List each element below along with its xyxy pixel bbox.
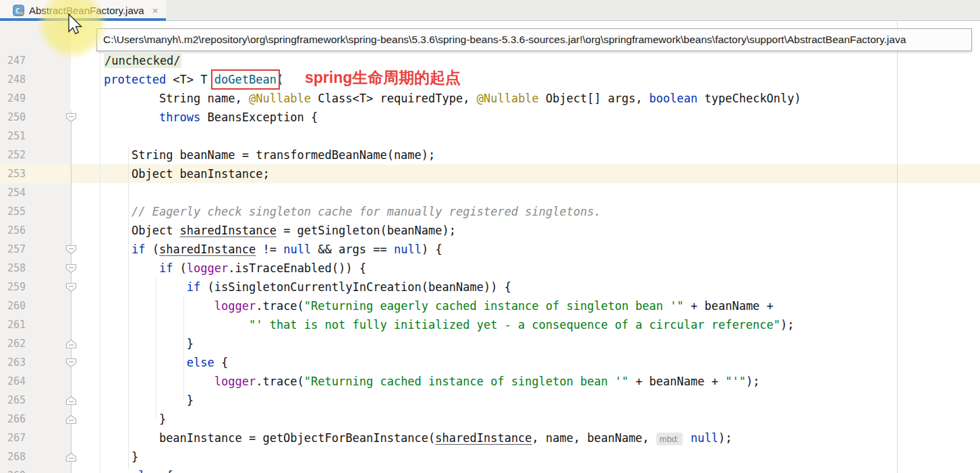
code-line[interactable]: 255 // Eagerly check singleton cache for…	[0, 202, 980, 221]
code-line[interactable]: 248protected <T> T doGetBean(spring生命周期的…	[0, 70, 980, 89]
code-text: Object beanInstance;	[104, 164, 270, 183]
code-text: String name, @Nullable Class<T> required…	[104, 89, 801, 108]
code-line[interactable]: 250 throws BeansException {	[0, 108, 980, 127]
code-line[interactable]: 247/unchecked/	[0, 51, 980, 70]
annotation-text: spring生命周期的起点	[305, 68, 461, 87]
code-text: }	[104, 391, 194, 410]
parameter-hint: mbd:	[656, 433, 683, 445]
code-line[interactable]: 258 if (logger.isTraceEnabled()) {	[0, 259, 980, 278]
code-line[interactable]: 262 }	[0, 334, 980, 353]
file-path-tooltip: C:\Users\manyh\.m2\repository\org\spring…	[96, 28, 972, 51]
code-text: }	[104, 447, 138, 466]
code-line[interactable]: 252 String beanName = transformedBeanNam…	[0, 146, 980, 164]
code-text: throws BeansException {	[104, 108, 318, 127]
code-line[interactable]: 268 }	[0, 447, 980, 466]
line-number[interactable]: 264	[0, 372, 26, 391]
fold-end-icon[interactable]	[65, 396, 77, 406]
fold-end-icon[interactable]	[65, 339, 77, 349]
fold-end-icon[interactable]	[65, 452, 77, 462]
line-number[interactable]: 250	[0, 108, 26, 127]
code-text: }	[104, 334, 194, 353]
fold-start-icon[interactable]	[65, 358, 77, 368]
line-number[interactable]: 257	[0, 240, 26, 259]
line-number[interactable]: 269	[0, 466, 26, 473]
tab-close-icon[interactable]: ×	[152, 5, 158, 15]
line-number[interactable]: 263	[0, 353, 26, 372]
line-number[interactable]: 265	[0, 391, 26, 410]
code-text: }	[104, 410, 166, 429]
line-number[interactable]: 262	[0, 334, 26, 353]
code-line[interactable]: 249 String name, @Nullable Class<T> requ…	[0, 89, 980, 108]
code-line[interactable]: 256 Object sharedInstance = getSingleton…	[0, 221, 980, 240]
fold-start-icon[interactable]	[65, 282, 77, 292]
code-text: logger.trace("Returning eagerly cached i…	[104, 296, 774, 315]
code-text: else {	[104, 353, 228, 372]
code-text: beanInstance = getObjectForBeanInstance(…	[104, 429, 732, 449]
file-path-text: C:\Users\manyh\.m2\repository\org\spring…	[103, 34, 906, 46]
code-text: "' that is not fully initialized yet - a…	[104, 315, 795, 334]
java-class-icon: C	[13, 5, 24, 16]
code-text: if (logger.isTraceEnabled()) {	[104, 259, 366, 278]
fold-start-icon[interactable]	[65, 245, 77, 255]
code-line[interactable]: 267 beanInstance = getObjectForBeanInsta…	[0, 429, 980, 447]
code-text: Object sharedInstance = getSingleton(bea…	[104, 221, 456, 240]
code-text: logger.trace("Returning cached instance …	[104, 372, 759, 391]
active-tab-indicator	[0, 18, 166, 21]
svg-text:C: C	[16, 6, 20, 15]
line-number[interactable]: 261	[0, 315, 26, 334]
line-number[interactable]: 266	[0, 410, 26, 429]
code-text: // Eagerly check singleton cache for man…	[104, 202, 601, 221]
tab-title: AbstractBeanFactory.java	[29, 5, 144, 16]
code-line[interactable]: 259 if (isSingletonCurrentlyInCreation(b…	[0, 278, 980, 296]
code-line[interactable]: 254	[0, 183, 980, 202]
line-number[interactable]: 258	[0, 259, 26, 278]
code-text: /unchecked/	[104, 51, 181, 70]
dogetbean-red-box: doGetBean	[214, 73, 277, 86]
code-line[interactable]: 253 Object beanInstance;	[0, 164, 980, 183]
line-number[interactable]: 256	[0, 221, 26, 240]
code-line[interactable]: 263 else {	[0, 353, 980, 372]
line-number[interactable]: 248	[0, 70, 26, 89]
line-number[interactable]: 260	[0, 296, 26, 315]
fold-start-icon[interactable]	[65, 263, 77, 274]
code-line[interactable]: 261 "' that is not fully initialized yet…	[0, 315, 980, 334]
line-number[interactable]: 267	[0, 429, 26, 447]
fold-end-icon[interactable]	[65, 414, 77, 424]
code-line[interactable]: 257 if (sharedInstance != null && args =…	[0, 240, 980, 259]
line-number[interactable]: 251	[0, 127, 26, 146]
line-number[interactable]: 249	[0, 89, 26, 108]
code-text: else {	[104, 466, 173, 473]
code-line[interactable]: 264 logger.trace("Returning cached insta…	[0, 372, 980, 391]
code-text: if (isSingletonCurrentlyInCreation(beanN…	[104, 278, 511, 296]
ide-window: C AbstractBeanFactory.java × 247/uncheck…	[0, 0, 980, 473]
line-number[interactable]: 253	[0, 164, 26, 183]
line-number[interactable]: 255	[0, 202, 26, 221]
code-text: String beanName = transformedBeanName(na…	[104, 146, 435, 164]
line-number[interactable]: 259	[0, 278, 26, 296]
code-line[interactable]: 251	[0, 127, 980, 146]
fold-start-icon[interactable]	[65, 113, 77, 123]
line-number[interactable]: 268	[0, 447, 26, 466]
tab-abstractbeanfactory[interactable]: C AbstractBeanFactory.java ×	[0, 0, 166, 20]
code-line[interactable]: 269 else {	[0, 466, 980, 473]
code-editor[interactable]: 247/unchecked/248protected <T> T doGetBe…	[0, 21, 980, 473]
code-line[interactable]: 265 }	[0, 391, 980, 410]
editor-tab-bar: C AbstractBeanFactory.java ×	[0, 0, 980, 21]
line-number[interactable]: 247	[0, 51, 26, 70]
line-number[interactable]: 252	[0, 146, 26, 164]
code-text: if (sharedInstance != null && args == nu…	[104, 240, 442, 259]
line-number[interactable]: 254	[0, 183, 26, 202]
code-text: protected <T> T doGetBean(	[104, 70, 283, 89]
code-line[interactable]: 260 logger.trace("Returning eagerly cach…	[0, 296, 980, 315]
code-line[interactable]: 266 }	[0, 410, 980, 429]
